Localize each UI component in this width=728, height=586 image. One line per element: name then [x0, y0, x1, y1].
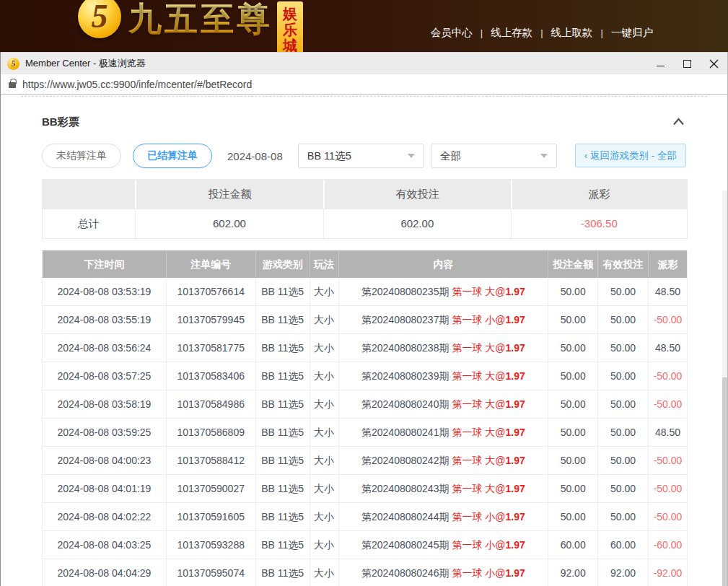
valid-bet: 50.00: [597, 475, 648, 502]
back-to-game-category-button[interactable]: ‹ 返回游戏类别 - 全部: [575, 144, 686, 167]
bet-time: 2024-08-08 03:55:19: [43, 306, 166, 333]
close-button[interactable]: [701, 53, 727, 75]
period-number: 第202408080244期: [361, 511, 449, 522]
minimize-button[interactable]: [647, 53, 674, 75]
valid-bet: 50.00: [597, 419, 648, 446]
favicon-95-icon: 5: [7, 58, 19, 70]
bet-content: 第202408080241期第一球 大@1.97: [338, 419, 548, 446]
bet-content: 第202408080242期第一球 大@1.97: [338, 447, 548, 474]
maximize-button[interactable]: [674, 53, 701, 75]
period-number: 第202408080243期: [361, 483, 449, 494]
payout: -50.00: [648, 362, 687, 390]
col-header-bet-amount: 投注金额: [548, 250, 597, 278]
table-row: 2024-08-08 03:55:19 101370579945 BB 11选5…: [43, 305, 687, 333]
valid-bet: 50.00: [597, 503, 648, 530]
table-row: 2024-08-08 04:00:23 101370588412 BB 11选5…: [43, 446, 687, 474]
logo-badge: 娱 乐 城: [277, 1, 303, 52]
play-type: 大小: [310, 306, 338, 333]
pick-selection: 第一球 大@: [452, 398, 505, 410]
table-row: 2024-08-08 03:53:19 101370576614 BB 11选5…: [43, 278, 687, 305]
bet-content: 第202408080239期第一球 大@1.97: [338, 362, 548, 390]
valid-bet: 50.00: [597, 447, 648, 474]
badge-char: 乐: [277, 22, 303, 38]
payout: -60.00: [648, 531, 687, 559]
period-number: 第202408080240期: [361, 398, 449, 410]
pick-selection: 第一球 小@: [452, 314, 505, 325]
period-number: 第202408080245期: [361, 539, 449, 551]
bet-id: 101370591605: [166, 503, 255, 530]
payout: -50.00: [648, 390, 687, 418]
game-type: BB 11选5: [255, 334, 310, 362]
nav-separator: |: [540, 27, 543, 38]
nav-deposit[interactable]: 线上存款: [491, 26, 532, 40]
nav-member-center[interactable]: 会员中心: [431, 26, 473, 40]
browser-titlebar: 5 Member Center - 极速浏览器: [1, 52, 727, 74]
date-picker[interactable]: 2024-08-08: [227, 150, 283, 162]
logo-95-icon: 5: [78, 0, 121, 38]
pick-selection: 第一球 小@: [452, 511, 505, 522]
pick-selection: 第一球 小@: [452, 567, 505, 579]
table-header-row: 下注时间 注单编号 游戏类别 玩法 内容 投注金额 有效投注 派彩: [43, 250, 687, 278]
casino-banner: 5 九五至尊 娱 乐 城 会员中心 | 线上存款 | 线上取款 | 一键归户: [0, 0, 728, 52]
scrollbar-track[interactable]: [722, 191, 727, 586]
bet-id: 101370583406: [166, 362, 255, 390]
play-type: 大小: [310, 278, 338, 305]
payout: 48.50: [648, 334, 687, 362]
odds-value: 1.97: [506, 427, 525, 438]
bet-amount: 50.00: [548, 503, 597, 530]
bet-id: 101370595074: [166, 559, 255, 586]
col-header-bet-id: 注单编号: [166, 250, 255, 278]
bet-amount: 50.00: [548, 475, 597, 502]
bet-time: 2024-08-08 03:59:25: [43, 419, 166, 446]
period-number: 第202408080239期: [361, 370, 449, 382]
panel-title: BB彩票: [42, 115, 79, 129]
url-text: https://www.jw05.cc:9900/infe/mcenter/#/…: [22, 79, 252, 90]
pick-selection: 第一球 大@: [452, 370, 505, 382]
play-type: 大小: [310, 475, 338, 502]
game-type: BB 11选5: [255, 503, 310, 530]
bet-id: 101370590027: [166, 475, 255, 502]
valid-bet: 92.00: [597, 559, 648, 586]
game-type: BB 11选5: [255, 390, 310, 418]
chevron-up-icon: [672, 118, 685, 126]
pick-selection: 第一球 大@: [452, 483, 505, 494]
game-type: BB 11选5: [255, 447, 310, 474]
table-row: 2024-08-08 04:03:25 101370593288 BB 11选5…: [43, 530, 687, 559]
tab-settled-bets[interactable]: 已结算注单: [133, 144, 212, 168]
payout: -50.00: [648, 306, 687, 333]
type-select[interactable]: 全部: [431, 144, 557, 168]
col-header-valid-bet: 有效投注: [597, 250, 648, 278]
payout: -92.00: [648, 559, 687, 586]
type-select-value: 全部: [440, 149, 461, 163]
bet-time: 2024-08-08 04:01:19: [43, 475, 166, 502]
bet-id: 101370588412: [166, 447, 255, 474]
odds-value: 1.97: [506, 314, 525, 325]
period-number: 第202408080237期: [361, 314, 449, 325]
game-type: BB 11选5: [255, 306, 310, 333]
badge-char: 城: [277, 38, 303, 52]
bet-time: 2024-08-08 04:04:29: [43, 559, 166, 586]
table-row: 2024-08-08 04:01:19 101370590027 BB 11选5…: [43, 474, 687, 502]
summary-header-valid: 有效投注: [323, 180, 510, 209]
scrollbar-thumb[interactable]: [722, 377, 727, 586]
collapse-panel-button[interactable]: [671, 114, 686, 130]
col-header-time: 下注时间: [43, 250, 166, 278]
game-type: BB 11选5: [255, 362, 310, 390]
bet-amount: 92.00: [548, 559, 597, 586]
chevron-down-icon: [408, 154, 415, 158]
minimize-icon: [657, 66, 665, 66]
nav-one-key-transfer[interactable]: 一键归户: [611, 26, 653, 40]
tab-unsettled-bets[interactable]: 未结算注单: [42, 144, 121, 168]
close-icon: [709, 59, 719, 69]
bet-amount: 50.00: [548, 447, 597, 474]
bet-id: 101370584986: [166, 390, 255, 418]
window-title: Member Center - 极速浏览器: [25, 57, 146, 70]
game-select[interactable]: BB 11选5: [298, 144, 424, 168]
casino-logo: 5 九五至尊 娱 乐 城: [78, 0, 303, 52]
top-nav: 会员中心 | 线上存款 | 线上取款 | 一键归户: [431, 26, 653, 40]
play-type: 大小: [310, 419, 338, 446]
nav-withdraw[interactable]: 线上取款: [551, 26, 593, 40]
payout: -50.00: [648, 503, 687, 530]
address-bar[interactable]: https://www.jw05.cc:9900/infe/mcenter/#/…: [1, 74, 727, 95]
col-header-content: 内容: [338, 250, 548, 278]
